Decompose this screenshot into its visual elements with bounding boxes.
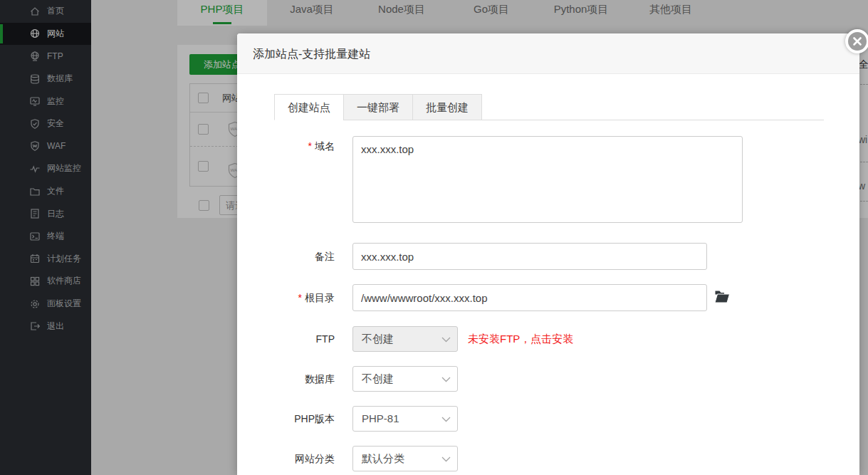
required-star: * xyxy=(308,140,312,152)
root-path-input[interactable] xyxy=(352,284,707,311)
remark-label: 备注 xyxy=(237,243,335,270)
chevron-down-icon xyxy=(441,377,451,382)
chevron-down-icon xyxy=(441,417,451,422)
remark-input[interactable] xyxy=(352,243,707,270)
database-select[interactable]: 不创建 xyxy=(352,366,458,392)
chevron-down-icon xyxy=(441,337,451,343)
modal-title: 添加站点-支持批量建站 xyxy=(237,33,370,74)
ftp-label: FTP xyxy=(237,326,335,352)
modal-tabs: 创建站点 一键部署 批量创建 xyxy=(274,94,482,120)
folder-picker-icon[interactable] xyxy=(714,290,731,304)
close-icon xyxy=(852,36,863,47)
tab-create-site[interactable]: 创建站点 xyxy=(274,94,344,120)
tab-batch-create[interactable]: 批量创建 xyxy=(412,94,482,120)
domain-label: *域名 xyxy=(237,136,335,156)
ftp-select[interactable]: 不创建 xyxy=(352,326,458,352)
tab-one-click-deploy[interactable]: 一键部署 xyxy=(343,94,413,120)
database-label: 数据库 xyxy=(237,366,335,392)
ftp-install-link[interactable]: 未安装FTP，点击安装 xyxy=(468,326,573,352)
required-star: * xyxy=(298,292,302,303)
php-version-label: PHP版本 xyxy=(237,406,335,432)
php-version-select[interactable]: PHP-81 xyxy=(352,406,458,432)
chevron-down-icon xyxy=(441,456,451,462)
root-label: *根目录 xyxy=(237,284,335,311)
domain-textarea[interactable]: xxx.xxx.top xyxy=(352,136,743,223)
modal-header: 添加站点-支持批量建站 xyxy=(237,33,859,74)
add-site-modal: 添加站点-支持批量建站 创建站点 一键部署 批量创建 *域名 xxx.xxx.t… xyxy=(237,33,859,475)
close-button[interactable] xyxy=(845,29,868,53)
category-select[interactable]: 默认分类 xyxy=(352,446,458,471)
app-root: 首页 网站 FTP 数据库 监控 安全 WAF 网站监控 xyxy=(0,0,868,475)
category-label: 网站分类 xyxy=(237,446,335,471)
